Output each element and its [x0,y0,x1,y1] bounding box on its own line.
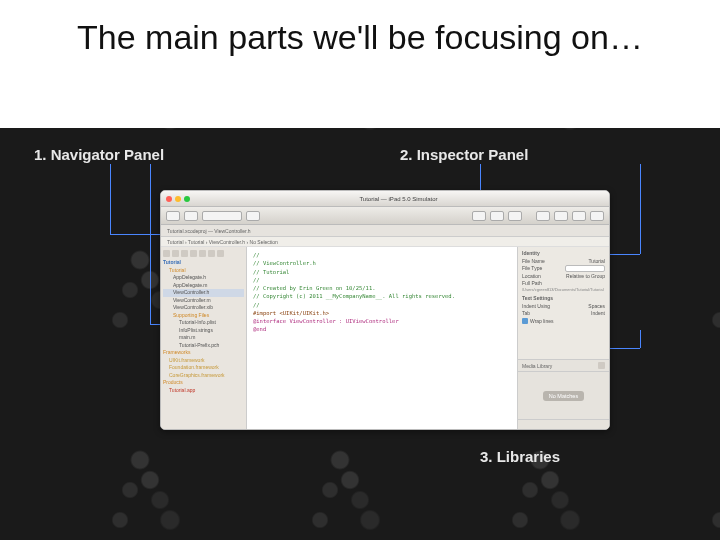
editor-mode-button[interactable] [490,211,504,221]
editor-mode-button[interactable] [472,211,486,221]
connector-line [110,234,162,235]
navigator-tabs[interactable] [163,250,244,257]
no-matches-pill: No Matches [543,391,584,401]
view-toggle-button[interactable] [554,211,568,221]
xcode-window: Tutorial — iPad 5.0 Simulator Tutorial.x… [160,190,610,430]
tab-active[interactable]: Tutorial.xcodeproj — ViewController.h [167,228,251,234]
tab-bar: Tutorial.xcodeproj — ViewController.h [161,225,609,237]
inspector-panel: Identity File NameTutorial File Type Loc… [517,247,609,429]
breadcrumb[interactable]: Tutorial › Tutorial › ViewController.h ›… [161,237,609,247]
window-titlebar: Tutorial — iPad 5.0 Simulator [161,191,609,207]
navigator-panel: Tutorial Tutorial AppDelegate.h AppDeleg… [161,247,247,429]
view-toggle-button[interactable] [572,211,586,221]
library-header: Media Library [522,363,552,369]
breakpoints-button[interactable] [246,211,260,221]
connector-line [110,164,111,234]
connector-line [640,330,641,348]
organizer-button[interactable] [590,211,604,221]
connector-line [610,254,640,255]
project-tree[interactable]: Tutorial Tutorial AppDelegate.h AppDeleg… [163,259,244,394]
label-libraries: 3. Libraries [480,448,560,465]
run-button[interactable] [166,211,180,221]
scheme-button[interactable] [202,211,242,221]
stop-button[interactable] [184,211,198,221]
grid-icon[interactable] [598,362,605,369]
close-icon[interactable] [166,196,172,202]
slide-title: The main parts we'll be focusing on… [0,0,720,59]
connector-line [150,164,151,324]
connector-line [640,164,641,254]
title-banner: The main parts we'll be focusing on… [0,0,720,128]
label-inspector: 2. Inspector Panel [400,146,528,163]
editor-mode-button[interactable] [508,211,522,221]
checkbox-icon[interactable] [522,318,528,324]
code-editor[interactable]: // // ViewController.h // Tutorial // //… [247,247,517,429]
connector-line [610,348,640,349]
minimize-icon[interactable] [175,196,181,202]
label-navigator: 1. Navigator Panel [34,146,164,163]
zoom-icon[interactable] [184,196,190,202]
library-panel: Media Library No Matches [518,359,609,429]
view-toggle-button[interactable] [536,211,550,221]
window-title: Tutorial — iPad 5.0 Simulator [193,196,604,202]
file-type-field[interactable] [565,265,605,272]
toolbar [161,207,609,225]
